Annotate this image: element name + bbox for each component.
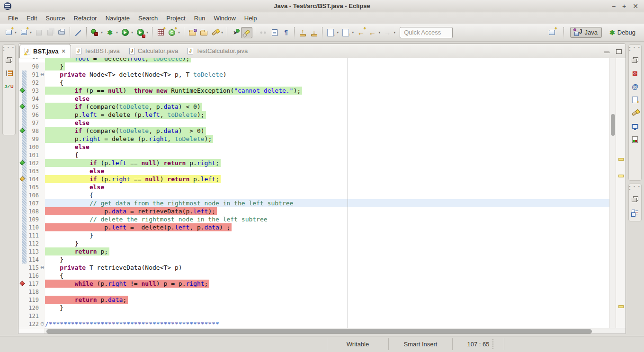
code-line-93[interactable]: 93 if (p == null) throw new RuntimeExcep… [18, 87, 609, 95]
code-text[interactable]: { [45, 191, 609, 199]
new-wizard-dropdown[interactable]: ▾ [14, 30, 18, 35]
code-line-113[interactable]: 113 return p; [18, 247, 609, 255]
code-line-98[interactable]: 98 if (compare(toDelete, p.data) > 0) [18, 127, 609, 135]
open-element-button[interactable]: ➤ [230, 27, 241, 38]
code-text[interactable]: p.right = delete (p.right, toDelete); [45, 135, 609, 143]
menu-navigate[interactable]: Navigate [101, 13, 134, 23]
code-line-110[interactable]: 110 p.left = delete(p.left, p.data) ; [18, 223, 609, 231]
code-line-120[interactable]: 120 } [18, 304, 609, 312]
drag-handle[interactable]: ▪ ▪ ▪ ▪ [629, 185, 641, 191]
code-text[interactable]: private T retrieveData(Node<T> p) [45, 264, 609, 272]
code-text[interactable]: // delete the rightmost node in the left… [45, 215, 609, 223]
code-line-109[interactable]: 109 // delete the rightmost node in the … [18, 215, 609, 223]
close-button[interactable]: ✕ [633, 2, 638, 10]
code-line-114[interactable]: 114 } [18, 255, 609, 264]
code-line-102[interactable]: 102 if (p.left == null) return p.right; [18, 159, 609, 167]
run-external-tools-dropdown[interactable]: ▾ [146, 30, 150, 35]
previous-annotation-dropdown[interactable]: ▾ [351, 30, 355, 35]
quick-access-input[interactable] [400, 27, 453, 38]
menu-edit[interactable]: Edit [22, 13, 41, 23]
code-text[interactable] [45, 312, 609, 320]
code-editor[interactable]: 89 root = delete(root, toDelete);90 }91⊖… [18, 58, 609, 328]
code-text[interactable]: } [45, 231, 609, 239]
back-dropdown[interactable]: ▾ [378, 30, 382, 35]
code-line-119[interactable]: 119 return p.data; [18, 296, 609, 304]
code-line-104[interactable]: 104 if (p.right == null) return p.left; [18, 175, 609, 183]
code-line-92[interactable]: 92 { [18, 79, 609, 87]
package-explorer-button[interactable] [4, 69, 14, 78]
code-line-107[interactable]: 107 // get data from the rightmost node … [18, 199, 609, 207]
arrow-up-tray-button[interactable]: ↑ [297, 27, 308, 38]
last-edit-location-button[interactable]: ← [355, 27, 367, 38]
code-text[interactable]: return p.data; [45, 296, 609, 304]
code-line-90[interactable]: 90 } [18, 62, 609, 70]
debug-dropdown[interactable]: ▾ [116, 30, 119, 35]
menu-project[interactable]: Project [162, 13, 189, 23]
code-line-105[interactable]: 105 else [18, 183, 609, 191]
code-text[interactable]: { [45, 272, 609, 280]
code-line-111[interactable]: 111 } [18, 231, 609, 239]
coverage-button[interactable] [89, 27, 100, 38]
code-text[interactable]: else [45, 119, 609, 127]
code-line-118[interactable]: 118 [18, 288, 609, 296]
code-text[interactable]: root = delete(root, toDelete); [45, 58, 609, 59]
code-text[interactable]: if (compare(toDelete, p.data) < 0) [45, 103, 609, 111]
search-view-button[interactable] [630, 108, 640, 118]
code-line-108[interactable]: 108 p.data = retrieveData(p.left); [18, 207, 609, 215]
fold-collapse-icon[interactable]: ⊖ [40, 321, 45, 327]
code-text[interactable]: if (compare(toDelete, p.data) > 0) [45, 127, 609, 135]
coverage-view-button[interactable] [630, 135, 640, 144]
code-text[interactable]: if (p.left == null) return p.right; [45, 159, 609, 167]
show-whitespace-button[interactable]: ¶ [280, 27, 292, 38]
javadoc-view-button[interactable]: @ [630, 82, 640, 91]
previous-annotation-button[interactable] [340, 27, 351, 38]
new-java-project-button[interactable] [155, 27, 166, 38]
open-perspective-button[interactable] [546, 27, 557, 38]
vertical-scrollbar-thumb[interactable] [611, 114, 615, 136]
code-text[interactable]: p.data = retrieveData(p.left); [45, 207, 609, 215]
occurrence-mark[interactable] [618, 158, 624, 161]
maximize-view-icon[interactable] [616, 49, 622, 54]
junit-button[interactable]: J✓U [4, 82, 14, 91]
code-text[interactable]: } [45, 62, 609, 70]
menu-search[interactable]: Search [134, 13, 162, 23]
coverage-dropdown[interactable]: ▾ [100, 30, 104, 35]
code-line-101[interactable]: 101 { [18, 151, 609, 159]
minimize-view-icon[interactable] [604, 52, 609, 53]
code-line-122[interactable]: 122⊖/***********************************… [18, 320, 609, 328]
tab-calculator-java[interactable]: Calculator.java [125, 44, 183, 58]
debug-button[interactable]: ✱ [104, 27, 116, 38]
print-button[interactable] [56, 27, 67, 38]
code-text[interactable]: while (p.right != null) p = p.right; [45, 280, 609, 288]
menu-window[interactable]: Window [210, 13, 240, 23]
menu-file[interactable]: File [4, 13, 22, 23]
code-line-91[interactable]: 91⊖ private Node<T> delete(Node<T> p, T … [18, 70, 609, 79]
code-text[interactable]: } [45, 239, 609, 247]
code-line-95[interactable]: 95 if (compare(toDelete, p.data) < 0) [18, 103, 609, 111]
occurrence-mark[interactable] [618, 305, 624, 308]
tab-testbst-java[interactable]: TestBST.java [71, 44, 125, 58]
tab-close-icon[interactable]: ✕ [61, 48, 65, 54]
open-resource-button[interactable] [198, 27, 209, 38]
fold-collapse-icon[interactable]: ⊖ [40, 71, 45, 78]
code-line-100[interactable]: 100 else [18, 143, 609, 151]
code-text[interactable]: { [45, 79, 609, 87]
back-button[interactable]: ← [367, 27, 378, 38]
code-text[interactable]: else [45, 95, 609, 103]
next-annotation-button[interactable] [325, 27, 336, 38]
outline-view-button[interactable] [630, 208, 640, 217]
code-line-116[interactable]: 116 { [18, 272, 609, 280]
code-text[interactable]: else [45, 167, 609, 175]
menu-help[interactable]: Help [240, 13, 261, 23]
code-text[interactable]: { [45, 151, 609, 159]
code-line-89[interactable]: 89 root = delete(root, toDelete); [18, 58, 609, 62]
code-text[interactable] [45, 288, 609, 296]
code-line-106[interactable]: 106 { [18, 191, 609, 199]
code-line-121[interactable]: 121 [18, 312, 609, 320]
drag-handle[interactable]: ▪ ▪ ▪ ▪ [629, 46, 641, 52]
console-view-button[interactable] [630, 122, 640, 131]
code-text[interactable]: if (p.right == null) return p.left; [45, 175, 609, 183]
search-button[interactable] [209, 27, 221, 38]
code-line-115[interactable]: 115⊖ private T retrieveData(Node<T> p) [18, 264, 609, 272]
menu-run[interactable]: Run [190, 13, 210, 23]
